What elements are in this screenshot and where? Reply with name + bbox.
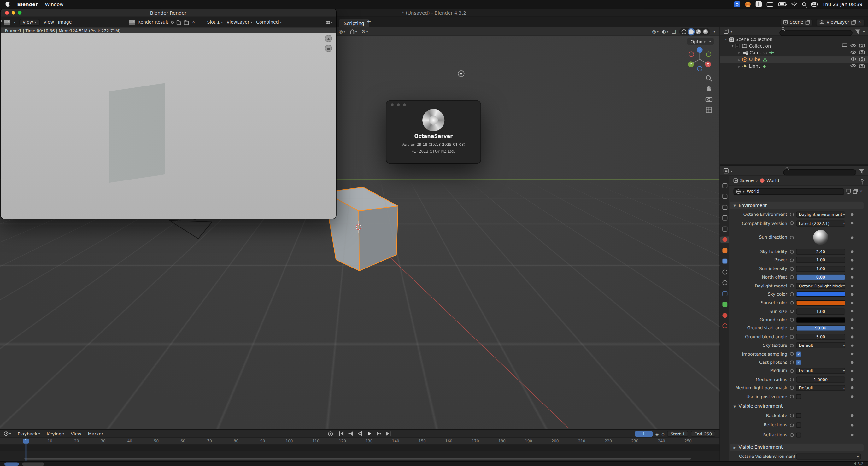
camera-toggle-icon[interactable] bbox=[859, 50, 865, 56]
add-workspace-button[interactable]: + bbox=[367, 18, 371, 24]
visibility-toggles-icon[interactable]: ◎▾ bbox=[652, 29, 658, 34]
properties-editor-type-icon[interactable] bbox=[723, 168, 728, 174]
properties-search-input[interactable] bbox=[783, 169, 856, 176]
dropdown-compatibility-version[interactable]: Latest (2022.1)▾ bbox=[796, 220, 845, 226]
number-field-sun-size[interactable]: 1.00 bbox=[796, 308, 845, 314]
zoom-window-button[interactable] bbox=[18, 11, 21, 14]
filter-funnel-icon[interactable] bbox=[855, 28, 861, 34]
shading-material-icon[interactable] bbox=[696, 29, 701, 34]
dialog-minimize-button[interactable] bbox=[397, 103, 400, 106]
decorator-dot-icon[interactable] bbox=[851, 327, 854, 330]
octane-server-dialog[interactable]: OctaneServer Version 29.18 (29.18 2025-0… bbox=[386, 101, 480, 163]
link-dot-icon[interactable] bbox=[790, 301, 794, 305]
apple-menu-icon[interactable] bbox=[6, 2, 10, 7]
duplicate-datablock-icon[interactable] bbox=[853, 190, 857, 194]
link-dot-icon[interactable] bbox=[790, 250, 794, 253]
link-dot-icon[interactable] bbox=[790, 378, 794, 381]
menu-keying[interactable]: Keying▾ bbox=[47, 431, 64, 436]
filter-dropdown-icon[interactable]: ▾ bbox=[863, 30, 865, 33]
properties-tab-render[interactable] bbox=[720, 193, 729, 200]
properties-tab-physics[interactable] bbox=[720, 279, 729, 286]
decorator-dot-icon[interactable] bbox=[851, 213, 854, 216]
decorator-dot-icon[interactable] bbox=[851, 344, 854, 347]
expander-icon[interactable]: ▸ bbox=[737, 58, 742, 62]
decorator-dot-icon[interactable] bbox=[851, 293, 854, 296]
control-center-icon[interactable] bbox=[811, 2, 817, 6]
view-layer-selector[interactable]: ViewLayer × bbox=[816, 19, 865, 26]
gizmo-x-label[interactable]: X bbox=[707, 62, 709, 66]
decorator-dot-icon[interactable] bbox=[851, 222, 854, 224]
image-editor-dropdown-icon[interactable]: ▾ bbox=[14, 21, 16, 24]
decorator-dot-icon[interactable] bbox=[851, 395, 854, 398]
options-dropdown[interactable]: Options▾ bbox=[687, 38, 714, 45]
render-pass-dropdown[interactable]: Combined▾ bbox=[256, 20, 282, 25]
properties-tab-object-data[interactable] bbox=[720, 301, 729, 308]
link-dot-icon[interactable] bbox=[790, 386, 794, 390]
shading-solid-icon[interactable] bbox=[689, 29, 694, 34]
previous-keyframe-button[interactable] bbox=[347, 430, 354, 437]
checkbox-use-in-post-volume[interactable] bbox=[796, 394, 801, 399]
subsection-visible-environment[interactable]: ▼ Visible environment bbox=[729, 402, 868, 411]
link-dot-icon[interactable] bbox=[790, 213, 794, 216]
pin-icon[interactable] bbox=[861, 179, 864, 182]
camera-object-wireframe[interactable] bbox=[163, 215, 219, 243]
menu-view[interactable]: View bbox=[71, 431, 81, 436]
expander-icon[interactable]: ▾ bbox=[723, 38, 728, 41]
outliner-row-light[interactable]: ▸Light bbox=[720, 63, 868, 70]
decorator-dot-icon[interactable] bbox=[851, 353, 854, 355]
snap-magnet-icon[interactable]: ▾ bbox=[350, 29, 357, 34]
menu-view[interactable]: View bbox=[43, 20, 54, 25]
auto-keyframe-button[interactable] bbox=[328, 431, 333, 436]
link-dot-icon[interactable] bbox=[790, 327, 794, 330]
color-swatch-sky-color[interactable] bbox=[796, 291, 845, 297]
decorator-dot-icon[interactable] bbox=[851, 387, 854, 389]
link-dot-icon[interactable] bbox=[790, 258, 794, 262]
expander-icon[interactable]: ▸ bbox=[737, 65, 742, 68]
keying-set-icon[interactable]: ◉ bbox=[655, 432, 659, 436]
link-dot-icon[interactable] bbox=[790, 267, 794, 270]
properties-tab-object[interactable] bbox=[720, 247, 729, 254]
new-image-icon[interactable] bbox=[177, 20, 181, 25]
expander-icon[interactable]: ▸ bbox=[737, 51, 742, 55]
dropdown-sky-texture[interactable]: Default▾ bbox=[796, 342, 845, 348]
dropdown-daylight-model[interactable]: Octane Daylight Model▾ bbox=[796, 283, 845, 289]
menubar-clock[interactable]: Thu 23 Jan 08:39 bbox=[822, 1, 862, 7]
decorator-dot-icon[interactable] bbox=[851, 302, 854, 304]
link-dot-icon[interactable] bbox=[790, 275, 794, 279]
link-dot-icon[interactable] bbox=[790, 221, 794, 225]
outliner-search-input[interactable] bbox=[780, 30, 853, 36]
link-dot-icon[interactable] bbox=[790, 335, 794, 339]
screen-toggle-icon[interactable] bbox=[842, 43, 848, 49]
open-image-icon[interactable] bbox=[184, 21, 189, 25]
camera-view-icon[interactable] bbox=[705, 96, 713, 103]
display-channels-dropdown[interactable]: ▦▾ bbox=[326, 20, 333, 25]
breadcrumb-world[interactable]: World bbox=[767, 178, 779, 183]
scene-selector[interactable]: Scene bbox=[780, 19, 812, 26]
insert-keyframe-icon[interactable]: ◇ bbox=[661, 432, 664, 436]
shading-wireframe-icon[interactable] bbox=[682, 29, 687, 34]
breadcrumb-scene[interactable]: Scene bbox=[740, 178, 754, 183]
slot-dropdown[interactable]: Slot 1▾ bbox=[207, 20, 223, 25]
number-field-sky-turbidity[interactable]: 2.40 bbox=[796, 249, 845, 255]
render-window[interactable]: Blender Render ▾ View▾ View Image Render… bbox=[1, 8, 336, 219]
battery-icon[interactable] bbox=[778, 2, 786, 6]
checkbox-backplate[interactable] bbox=[796, 413, 801, 418]
outliner-row-scene-collection[interactable]: ▾Scene Collection bbox=[720, 36, 868, 42]
properties-tab-view-layer[interactable] bbox=[720, 215, 729, 221]
minimize-window-button[interactable] bbox=[11, 11, 15, 14]
collection-checkbox[interactable]: ✓ bbox=[735, 44, 740, 48]
light-object-gizmo[interactable] bbox=[457, 69, 466, 78]
number-field-power[interactable]: 1.00 bbox=[796, 257, 845, 263]
properties-tab-constraints[interactable] bbox=[720, 290, 729, 297]
decorator-dot-icon[interactable] bbox=[851, 424, 854, 427]
outliner-editor-dropdown-icon[interactable]: ▾ bbox=[731, 30, 733, 33]
zoom-tool-icon[interactable] bbox=[705, 75, 713, 82]
menu-playback[interactable]: Playback▾ bbox=[18, 431, 40, 436]
properties-tab-scene[interactable] bbox=[720, 225, 729, 232]
link-dot-icon[interactable] bbox=[790, 433, 794, 437]
timeline-ruler[interactable]: 1020304050607080901001101201301401501601… bbox=[0, 438, 720, 444]
number-field-ground-blend-angle[interactable]: 5.00 bbox=[796, 334, 845, 340]
timeline-tracks[interactable] bbox=[0, 444, 720, 461]
search-icon[interactable] bbox=[802, 2, 806, 6]
menu-window[interactable]: Window bbox=[45, 1, 64, 7]
